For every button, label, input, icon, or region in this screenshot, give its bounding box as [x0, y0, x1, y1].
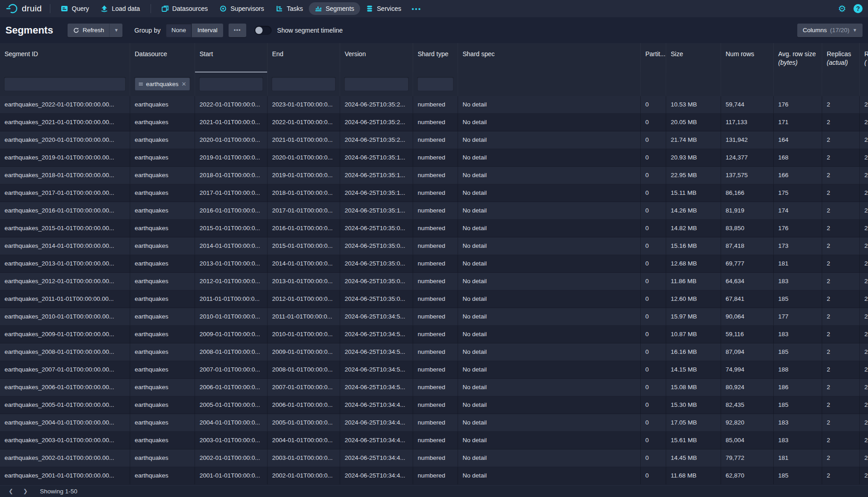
cell-datasource[interactable]: earthquakes: [130, 237, 195, 255]
cell-partition[interactable]: 0: [641, 467, 666, 485]
nav-item-tasks[interactable]: Tasks: [270, 2, 309, 15]
cell-shard-spec[interactable]: No detail: [458, 396, 641, 414]
cell-datasource[interactable]: earthquakes: [130, 273, 195, 290]
cell-num-rows[interactable]: 82,435: [721, 396, 774, 414]
cell-shard-spec[interactable]: No detail: [458, 273, 641, 290]
cell-partition[interactable]: 0: [641, 361, 666, 379]
cell-start[interactable]: 2004-01-01T00:00:0...: [195, 414, 268, 432]
cell-avg-row-size[interactable]: 174: [774, 202, 822, 220]
cell-num-rows[interactable]: 92,820: [721, 414, 774, 432]
columns-button[interactable]: Columns (17/20) ▼: [797, 24, 863, 37]
cell-end[interactable]: 2009-01-01T00:00:0...: [268, 343, 340, 361]
cell-shard-spec[interactable]: No detail: [458, 114, 641, 131]
version-filter-input[interactable]: [344, 77, 409, 91]
cell-datasource[interactable]: earthquakes: [130, 361, 195, 379]
nav-item-segments[interactable]: Segments: [309, 2, 360, 15]
cell-num-rows[interactable]: 117,133: [721, 114, 774, 131]
group-by-interval-button[interactable]: Interval: [192, 24, 223, 37]
cell-avg-row-size[interactable]: 185: [774, 343, 822, 361]
nav-item-datasources[interactable]: Datasources: [156, 2, 214, 15]
cell-num-rows[interactable]: 64,634: [721, 273, 774, 290]
cell-datasource[interactable]: earthquakes: [130, 290, 195, 308]
cell-replicas[interactable]: 2: [822, 96, 860, 114]
cell-replication-factor[interactable]: 2: [860, 326, 868, 343]
cell-num-rows[interactable]: 67,841: [721, 290, 774, 308]
cell-start[interactable]: 2011-01-01T00:00:0...: [195, 290, 268, 308]
cell-start[interactable]: 2015-01-01T00:00:0...: [195, 220, 268, 237]
cell-num-rows[interactable]: 81,919: [721, 202, 774, 220]
cell-partition[interactable]: 0: [641, 131, 666, 149]
cell-start[interactable]: 2017-01-01T00:00:0...: [195, 184, 268, 202]
cell-start[interactable]: 2019-01-01T00:00:0...: [195, 149, 268, 167]
cell-partition[interactable]: 0: [641, 290, 666, 308]
cell-start[interactable]: 2002-01-01T00:00:0...: [195, 449, 268, 467]
cell-shard-type[interactable]: numbered: [413, 396, 458, 414]
cell-size[interactable]: 12.68 MB: [666, 255, 721, 273]
cell-num-rows[interactable]: 80,924: [721, 379, 774, 396]
cell-replication-factor[interactable]: 2: [860, 361, 868, 379]
cell-segment-id[interactable]: earthquakes_2013-01-01T00:00:00.00...: [0, 255, 130, 273]
cell-replicas[interactable]: 2: [822, 202, 860, 220]
cell-datasource[interactable]: earthquakes: [130, 343, 195, 361]
cell-start[interactable]: 2020-01-01T00:00:0...: [195, 131, 268, 149]
previous-page-button[interactable]: ❮: [4, 486, 18, 497]
cell-shard-type[interactable]: numbered: [413, 326, 458, 343]
segment-id-filter-input[interactable]: [4, 77, 126, 91]
cell-shard-type[interactable]: numbered: [413, 149, 458, 167]
cell-shard-spec[interactable]: No detail: [458, 432, 641, 449]
cell-num-rows[interactable]: 86,166: [721, 184, 774, 202]
cell-segment-id[interactable]: earthquakes_2011-01-01T00:00:00.00...: [0, 290, 130, 308]
cell-avg-row-size[interactable]: 177: [774, 308, 822, 326]
cell-end[interactable]: 2018-01-01T00:00:0...: [268, 184, 340, 202]
cell-shard-type[interactable]: numbered: [413, 379, 458, 396]
cell-partition[interactable]: 0: [641, 273, 666, 290]
cell-size[interactable]: 20.05 MB: [666, 114, 721, 131]
cell-end[interactable]: 2012-01-01T00:00:0...: [268, 290, 340, 308]
cell-shard-type[interactable]: numbered: [413, 237, 458, 255]
cell-replicas[interactable]: 2: [822, 396, 860, 414]
cell-replicas[interactable]: 2: [822, 449, 860, 467]
group-by-none-button[interactable]: None: [166, 24, 191, 37]
cell-version[interactable]: 2024-06-25T10:34:5...: [340, 379, 413, 396]
cell-num-rows[interactable]: 83,850: [721, 220, 774, 237]
cell-size[interactable]: 10.53 MB: [666, 96, 721, 114]
cell-version[interactable]: 2024-06-25T10:34:5...: [340, 361, 413, 379]
cell-end[interactable]: 2013-01-01T00:00:0...: [268, 273, 340, 290]
cell-avg-row-size[interactable]: 188: [774, 361, 822, 379]
cell-avg-row-size[interactable]: 175: [774, 184, 822, 202]
cell-num-rows[interactable]: 69,777: [721, 255, 774, 273]
cell-segment-id[interactable]: earthquakes_2001-01-01T00:00:00.00...: [0, 467, 130, 485]
cell-version[interactable]: 2024-06-25T10:34:5...: [340, 343, 413, 361]
cell-segment-id[interactable]: earthquakes_2004-01-01T00:00:00.00...: [0, 414, 130, 432]
cell-partition[interactable]: 0: [641, 149, 666, 167]
cell-version[interactable]: 2024-06-25T10:35:0...: [340, 220, 413, 237]
cell-shard-type[interactable]: numbered: [413, 361, 458, 379]
cell-num-rows[interactable]: 79,772: [721, 449, 774, 467]
cell-version[interactable]: 2024-06-25T10:34:4...: [340, 414, 413, 432]
cell-segment-id[interactable]: earthquakes_2021-01-01T00:00:00.00...: [0, 114, 130, 131]
cell-shard-spec[interactable]: No detail: [458, 414, 641, 432]
cell-avg-row-size[interactable]: 176: [774, 96, 822, 114]
cell-end[interactable]: 2006-01-01T00:00:0...: [268, 396, 340, 414]
start-filter-input[interactable]: [199, 77, 263, 91]
nav-item-supervisors[interactable]: Supervisors: [214, 2, 270, 15]
cell-replicas[interactable]: 2: [822, 467, 860, 485]
col-header-partition[interactable]: Partit...: [641, 43, 666, 72]
cell-size[interactable]: 10.87 MB: [666, 326, 721, 343]
cell-replicas[interactable]: 2: [822, 167, 860, 184]
cell-version[interactable]: 2024-06-25T10:34:5...: [340, 308, 413, 326]
cell-replicas[interactable]: 2: [822, 343, 860, 361]
cell-size[interactable]: 11.68 MB: [666, 467, 721, 485]
cell-replicas[interactable]: 2: [822, 131, 860, 149]
cell-segment-id[interactable]: earthquakes_2020-01-01T00:00:00.00...: [0, 131, 130, 149]
cell-size[interactable]: 15.11 MB: [666, 184, 721, 202]
col-header-avg-row-size[interactable]: Avg. row size(bytes): [774, 43, 822, 72]
cell-end[interactable]: 2004-01-01T00:00:0...: [268, 432, 340, 449]
cell-partition[interactable]: 0: [641, 308, 666, 326]
cell-segment-id[interactable]: earthquakes_2005-01-01T00:00:00.00...: [0, 396, 130, 414]
col-header-datasource[interactable]: Datasource: [130, 43, 195, 72]
cell-shard-type[interactable]: numbered: [413, 184, 458, 202]
nav-item-services[interactable]: Services: [360, 2, 407, 15]
cell-end[interactable]: 2022-01-01T00:00:0...: [268, 114, 340, 131]
cell-datasource[interactable]: earthquakes: [130, 96, 195, 114]
